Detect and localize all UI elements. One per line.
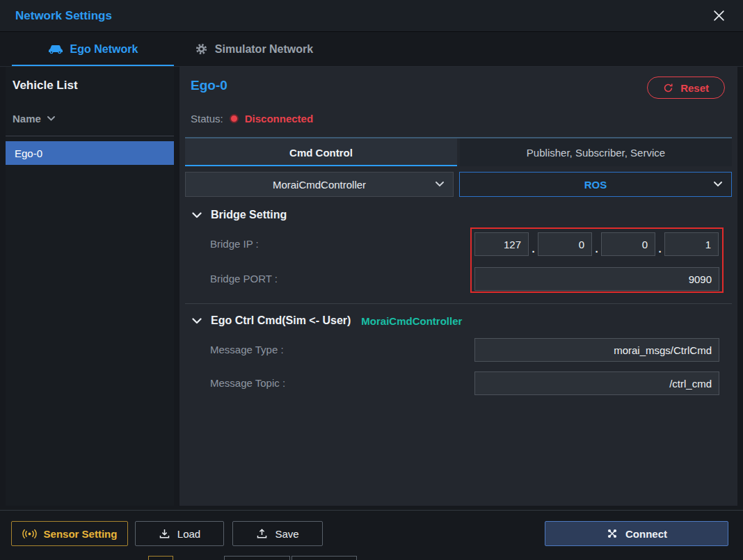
bridge-ip-octet-4[interactable] bbox=[664, 232, 719, 256]
status-value: Disconnected bbox=[245, 113, 313, 125]
cropped-ui-fragment bbox=[224, 556, 290, 560]
save-button[interactable]: Save bbox=[232, 521, 323, 546]
load-button[interactable]: Load bbox=[135, 521, 224, 546]
network-settings-dialog: Network Settings Ego Network bbox=[0, 0, 743, 560]
status-row: Status: Disconnected bbox=[191, 113, 313, 125]
message-topic-input[interactable] bbox=[474, 371, 719, 395]
bridge-setting-title: Bridge Setting bbox=[211, 209, 287, 221]
vehicle-name: Ego-0 bbox=[15, 147, 42, 159]
save-label: Save bbox=[275, 528, 298, 540]
bridge-setting-section-header: Bridge Setting bbox=[192, 209, 287, 221]
tab-ego-network-label: Ego Network bbox=[70, 43, 138, 56]
tab-publisher-subscriber-service[interactable]: Publisher, Subscriber, Service bbox=[460, 138, 732, 166]
controller-name-badge: MoraiCmdController bbox=[361, 315, 462, 327]
tab-ego-network[interactable]: Ego Network bbox=[12, 32, 174, 66]
close-icon bbox=[713, 10, 725, 22]
collapse-chevron-icon[interactable] bbox=[192, 318, 202, 324]
ip-separator: . bbox=[655, 243, 664, 256]
reset-label: Reset bbox=[680, 82, 709, 94]
chevron-down-icon bbox=[47, 116, 55, 121]
tab-pss-label: Publisher, Subscriber, Service bbox=[527, 147, 665, 159]
ip-separator: . bbox=[529, 243, 538, 256]
gear-icon bbox=[195, 42, 208, 56]
tab-cmd-control[interactable]: Cmd Control bbox=[185, 138, 457, 166]
message-topic-label: Message Topic : bbox=[210, 371, 285, 395]
network-connect-icon bbox=[606, 527, 618, 540]
load-label: Load bbox=[177, 528, 200, 540]
ego-ctrl-cmd-title: Ego Ctrl Cmd(Sim <- User) bbox=[211, 314, 351, 327]
close-button[interactable] bbox=[710, 7, 728, 24]
selector-row: MoraiCmdController ROS bbox=[185, 172, 732, 197]
ego-network-settings-panel: Ego-0 Reset Status: Disconnected Cmd Con… bbox=[179, 67, 737, 506]
connect-button[interactable]: Connect bbox=[545, 521, 728, 546]
main-tabbar: Ego Network Simulator Network bbox=[0, 32, 743, 67]
download-icon bbox=[159, 528, 170, 539]
ego-ctrl-cmd-section-header: Ego Ctrl Cmd(Sim <- User) MoraiCmdContro… bbox=[192, 314, 462, 327]
ip-separator: . bbox=[592, 243, 601, 256]
name-column-header[interactable]: Name bbox=[13, 113, 55, 125]
column-divider bbox=[6, 136, 174, 136]
status-label: Status: bbox=[191, 113, 223, 125]
titlebar: Network Settings bbox=[0, 0, 743, 32]
bridge-port-input[interactable] bbox=[474, 267, 719, 291]
cropped-ui-fragment bbox=[148, 556, 173, 560]
footer-bar: Sensor Setting Load Save bbox=[0, 510, 743, 560]
status-dot-icon bbox=[230, 114, 239, 123]
bridge-ip-group: . . . bbox=[474, 232, 719, 256]
section-divider bbox=[185, 303, 732, 304]
network-type-dropdown-value: ROS bbox=[584, 179, 607, 191]
panel-title: Ego-0 bbox=[191, 78, 227, 93]
bridge-ip-label: Bridge IP : bbox=[210, 232, 259, 256]
controller-dropdown-value: MoraiCmdController bbox=[273, 179, 366, 191]
controller-dropdown[interactable]: MoraiCmdController bbox=[185, 172, 454, 197]
upload-icon bbox=[256, 528, 268, 539]
message-type-label: Message Type : bbox=[210, 338, 284, 362]
tab-simulator-network[interactable]: Simulator Network bbox=[174, 32, 334, 66]
name-column-label: Name bbox=[13, 113, 41, 125]
tab-cmd-control-label: Cmd Control bbox=[289, 147, 353, 159]
vehicle-row-ego-0[interactable]: Ego-0 bbox=[6, 141, 174, 165]
bridge-ip-octet-3[interactable] bbox=[601, 232, 655, 256]
bridge-ip-octet-1[interactable] bbox=[474, 232, 529, 256]
cropped-ui-fragment bbox=[291, 556, 357, 560]
collapse-chevron-icon[interactable] bbox=[192, 212, 202, 218]
network-type-dropdown[interactable]: ROS bbox=[459, 172, 732, 197]
bridge-port-label: Bridge PORT : bbox=[210, 267, 278, 291]
refresh-icon bbox=[663, 83, 673, 93]
sensor-setting-label: Sensor Setting bbox=[44, 528, 118, 540]
broadcast-icon bbox=[22, 529, 37, 539]
connect-label: Connect bbox=[625, 528, 667, 540]
bridge-ip-octet-2[interactable] bbox=[538, 232, 592, 256]
car-icon bbox=[48, 44, 63, 54]
control-subtabs: Cmd Control Publisher, Subscriber, Servi… bbox=[185, 138, 732, 166]
chevron-down-icon bbox=[714, 182, 722, 187]
sensor-setting-button[interactable]: Sensor Setting bbox=[11, 521, 128, 546]
vehicle-list-panel: Vehicle List Name Ego-0 bbox=[6, 67, 174, 506]
chevron-down-icon bbox=[436, 182, 444, 187]
dialog-title: Network Settings bbox=[15, 9, 112, 23]
message-type-input[interactable] bbox=[474, 338, 719, 362]
vehicle-list-title: Vehicle List bbox=[13, 79, 78, 93]
reset-button[interactable]: Reset bbox=[647, 77, 725, 99]
tab-simulator-network-label: Simulator Network bbox=[215, 43, 313, 56]
